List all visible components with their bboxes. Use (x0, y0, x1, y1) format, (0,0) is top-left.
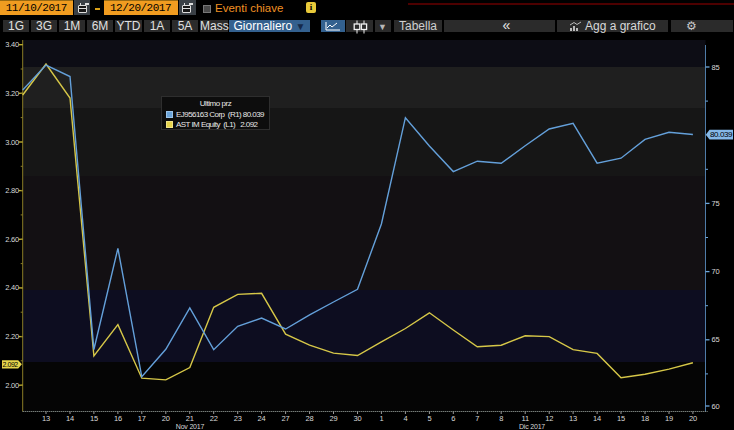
svg-text:20: 20 (689, 414, 697, 423)
svg-text:5: 5 (427, 414, 431, 423)
svg-text:2.40: 2.40 (5, 283, 19, 292)
svg-text:65: 65 (712, 335, 720, 344)
svg-text:2.20: 2.20 (5, 332, 19, 341)
svg-text:19: 19 (665, 414, 673, 423)
svg-text:24: 24 (258, 414, 266, 423)
svg-text:27: 27 (282, 414, 290, 423)
svg-text:13: 13 (569, 414, 577, 423)
svg-text:18: 18 (641, 414, 649, 423)
svg-text:15: 15 (617, 414, 625, 423)
svg-text:22: 22 (210, 414, 218, 423)
svg-text:15: 15 (90, 414, 98, 423)
svg-text:8: 8 (499, 414, 503, 423)
svg-text:1: 1 (379, 414, 383, 423)
svg-text:Nov 2017: Nov 2017 (176, 423, 205, 430)
svg-text:2.00: 2.00 (5, 381, 19, 390)
svg-text:16: 16 (114, 414, 122, 423)
svg-text:2.80: 2.80 (5, 186, 19, 195)
svg-text:2.092: 2.092 (3, 361, 19, 368)
svg-text:13: 13 (42, 414, 50, 423)
svg-text:29: 29 (330, 414, 338, 423)
svg-text:14: 14 (593, 414, 601, 423)
svg-text:12: 12 (545, 414, 553, 423)
svg-text:75: 75 (712, 199, 720, 208)
svg-text:80.039: 80.039 (710, 130, 733, 139)
svg-text:14: 14 (66, 414, 74, 423)
svg-text:3.20: 3.20 (5, 89, 19, 98)
svg-text:11: 11 (522, 414, 529, 423)
svg-text:30: 30 (354, 414, 362, 423)
svg-text:85: 85 (712, 63, 720, 72)
svg-text:28: 28 (306, 414, 314, 423)
svg-text:21: 21 (186, 414, 194, 423)
svg-text:3.40: 3.40 (5, 40, 19, 49)
svg-text:Dic 2017: Dic 2017 (519, 423, 545, 430)
svg-text:2.60: 2.60 (5, 235, 19, 244)
svg-text:70: 70 (712, 267, 720, 276)
svg-text:6: 6 (451, 414, 455, 423)
svg-text:23: 23 (234, 414, 242, 423)
svg-text:4: 4 (403, 414, 407, 423)
svg-text:20: 20 (162, 414, 170, 423)
svg-text:17: 17 (138, 414, 146, 423)
svg-text:3.00: 3.00 (5, 138, 19, 147)
svg-text:7: 7 (475, 414, 479, 423)
svg-text:60: 60 (712, 402, 720, 411)
